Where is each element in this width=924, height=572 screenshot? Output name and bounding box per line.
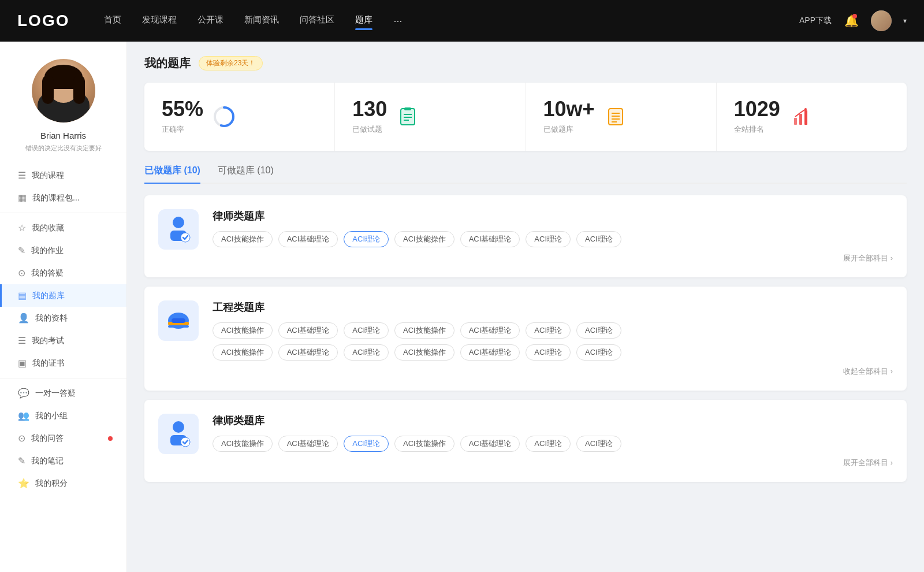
eng-tag-7[interactable]: ACI理论 [576,322,621,339]
tag-4[interactable]: ACI技能操作 [394,231,454,247]
nav-avatar[interactable] [871,10,892,31]
sidebar-item-courses[interactable]: ☰ 我的课程 [0,164,126,187]
law2-tag-1[interactable]: ACI技能操作 [213,436,273,452]
stat-rank-value: 1029 [734,99,780,120]
myqa-badge [108,436,113,441]
eng-tag-4[interactable]: ACI技能操作 [394,322,454,339]
law2-tag-6[interactable]: ACI理论 [526,436,571,452]
engineer-icon [162,304,195,337]
sidebar-menu: ☰ 我的课程 ▦ 我的课程包... ☆ 我的收藏 ✎ 我的作业 ⊙ 我的答疑 ▤ [0,164,126,495]
nav-link-home[interactable]: 首页 [104,14,121,28]
sidebar-item-package[interactable]: ▦ 我的课程包... [0,187,126,209]
eng-tag-1[interactable]: ACI技能操作 [213,322,273,339]
collapse-link[interactable]: 收起全部科目 › [213,366,893,377]
sidebar-item-bank[interactable]: ▤ 我的题库 [0,284,126,307]
lawyer-card-title-1: 律师类题库 [213,209,893,223]
package-icon: ▦ [18,192,27,203]
user-motto: 错误的决定比没有决定要好 [20,144,107,153]
eng-tag-14[interactable]: ACI理论 [576,344,621,361]
stat-accuracy-value: 55% [162,99,203,120]
sidebar-label-bank: 我的题库 [32,291,65,301]
sidebar-item-cert[interactable]: ▣ 我的证书 [0,352,126,374]
stat-accuracy-icon [213,105,236,128]
lawyer-icon-2 [162,418,195,450]
tag-1[interactable]: ACI技能操作 [213,231,273,247]
sidebar-item-group[interactable]: 👥 我的小组 [0,404,126,427]
sidebar-item-questions[interactable]: ⊙ 我的答疑 [0,262,126,284]
sidebar-label-group: 我的小组 [35,411,68,421]
law2-tag-5[interactable]: ACI基础理论 [460,436,520,452]
tab-available[interactable]: 可做题库 (10) [218,165,274,184]
nav-bell[interactable]: 🔔 [843,13,859,29]
eng-tag-9[interactable]: ACI基础理论 [278,344,338,361]
lawyer-card-icon-2 [158,414,199,454]
lawyer-card-icon [158,209,199,250]
sidebar-item-tutor[interactable]: 💬 一对一答疑 [0,382,126,404]
svg-point-17 [804,108,807,110]
sidebar-item-favorites[interactable]: ☆ 我的收藏 [0,217,126,239]
bank-card-lawyer-1: 律师类题库 ACI技能操作 ACI基础理论 ACI理论 ACI技能操作 ACI基… [144,195,907,277]
sidebar-item-points[interactable]: ⭐ 我的积分 [0,472,126,495]
eng-tag-2[interactable]: ACI基础理论 [278,322,338,339]
nav-link-qa[interactable]: 问答社区 [300,14,334,28]
engineer-tags-row-2: ACI技能操作 ACI基础理论 ACI理论 ACI技能操作 ACI基础理论 AC… [213,344,893,361]
svg-rect-4 [404,107,411,110]
nav-link-discover[interactable]: 发现课程 [142,14,177,28]
sidebar-label-courses: 我的课程 [32,170,64,181]
stat-rank-label: 全站排名 [734,124,780,135]
sidebar-label-profile: 我的资料 [35,313,68,324]
stat-banks-value: 10w+ [543,99,595,120]
sidebar-item-exam[interactable]: ☰ 我的考试 [0,329,126,352]
tag-5[interactable]: ACI基础理论 [460,231,520,247]
stat-questions-text: 130 已做试题 [352,99,387,135]
tab-done[interactable]: 已做题库 (10) [144,165,200,184]
tag-6[interactable]: ACI理论 [526,231,571,247]
eng-tag-12[interactable]: ACI基础理论 [460,344,520,361]
sidebar-item-myqa[interactable]: ⊙ 我的问答 [0,427,126,450]
svg-rect-15 [799,114,802,125]
tag-2[interactable]: ACI基础理论 [278,231,338,247]
nav-link-bank[interactable]: 题库 [355,14,372,28]
bank-icon: ▤ [18,290,27,301]
sidebar-label-exam: 我的考试 [32,336,64,346]
eng-tag-3[interactable]: ACI理论 [344,322,389,339]
nav-chevron-icon[interactable]: ▾ [903,17,907,25]
eng-tag-5[interactable]: ACI基础理论 [460,322,520,339]
eng-tag-11[interactable]: ACI技能操作 [394,344,454,361]
nav-right: APP下载 🔔 ▾ [799,10,907,31]
star-icon: ☆ [18,222,26,233]
lawyer-tags-row-1: ACI技能操作 ACI基础理论 ACI理论 ACI技能操作 ACI基础理论 AC… [213,231,893,247]
eng-tag-8[interactable]: ACI技能操作 [213,344,273,361]
homework-icon: ✎ [18,245,25,256]
tag-7[interactable]: ACI理论 [576,231,621,247]
main-content: 我的题库 体验剩余23天！ 55% 正确率 [127,42,924,572]
law2-tag-4[interactable]: ACI技能操作 [394,436,454,452]
nav-app-download[interactable]: APP下载 [799,16,832,26]
sidebar-label-points: 我的积分 [35,478,68,489]
sidebar-label-package: 我的课程包... [32,193,80,203]
points-icon: ⭐ [18,478,29,489]
sidebar-item-notes[interactable]: ✎ 我的笔记 [0,450,126,472]
tag-3[interactable]: ACI理论 [344,231,389,247]
engineer-tags-row-1: ACI技能操作 ACI基础理论 ACI理论 ACI技能操作 ACI基础理论 AC… [213,322,893,339]
nav-more[interactable]: ··· [393,15,402,27]
law2-tag-3[interactable]: ACI理论 [344,436,389,452]
sidebar: Brian Harris 错误的决定比没有决定要好 ☰ 我的课程 ▦ 我的课程包… [0,42,127,572]
bank-card-lawyer-2: 律师类题库 ACI技能操作 ACI基础理论 ACI理论 ACI技能操作 ACI基… [144,400,907,482]
expand-link-1[interactable]: 展开全部科目 › [213,253,893,263]
eng-tag-10[interactable]: ACI理论 [344,344,389,361]
stats-row: 55% 正确率 130 已做试题 [144,83,907,151]
nav-link-open[interactable]: 公开课 [198,14,223,28]
sidebar-item-profile[interactable]: 👤 我的资料 [0,307,126,329]
sidebar-item-homework[interactable]: ✎ 我的作业 [0,239,126,262]
expand-link-2[interactable]: 展开全部科目 › [213,458,893,468]
bank-card-engineer: 工程类题库 ACI技能操作 ACI基础理论 ACI理论 ACI技能操作 ACI基… [144,287,907,391]
eng-tag-6[interactable]: ACI理论 [526,322,571,339]
sidebar-label-questions: 我的答疑 [31,268,64,278]
nav-link-news[interactable]: 新闻资讯 [244,14,279,28]
law2-tag-2[interactable]: ACI基础理论 [278,436,338,452]
eng-tag-13[interactable]: ACI理论 [526,344,571,361]
law2-tag-7[interactable]: ACI理论 [576,436,621,452]
svg-rect-24 [168,325,189,328]
navbar: LOGO 首页 发现课程 公开课 新闻资讯 问答社区 题库 ··· APP下载 … [0,0,924,42]
